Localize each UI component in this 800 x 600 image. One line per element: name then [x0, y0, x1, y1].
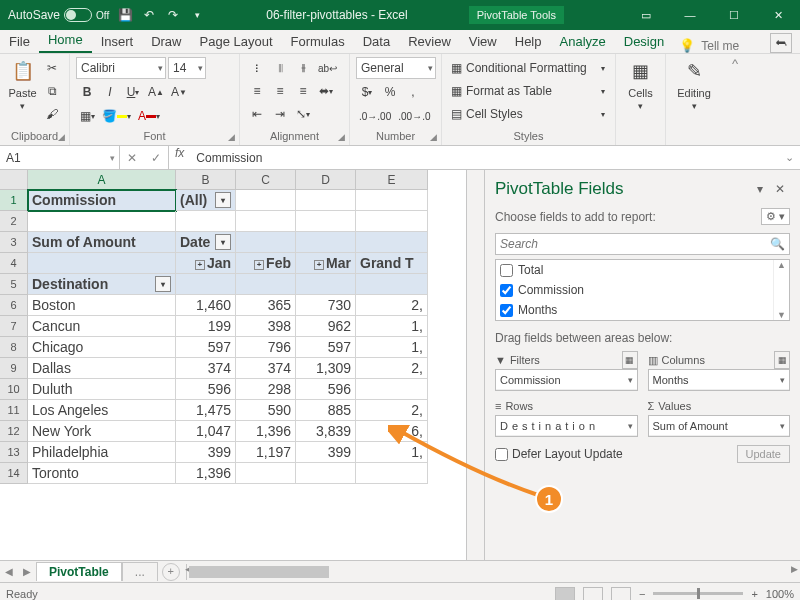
align-bottom-button[interactable]: ⫵ [292, 57, 314, 79]
field-checkbox[interactable] [500, 284, 513, 297]
cell[interactable] [356, 232, 428, 253]
zoom-level[interactable]: 100% [766, 588, 794, 600]
zoom-in-button[interactable]: + [751, 588, 757, 600]
cell[interactable] [236, 274, 296, 295]
select-all-corner[interactable] [0, 170, 28, 190]
cell[interactable] [236, 463, 296, 484]
qat-customize-icon[interactable]: ▾ [189, 7, 205, 23]
page-break-view-button[interactable] [611, 587, 631, 601]
column-header[interactable]: D [296, 170, 356, 190]
share-button[interactable]: ⮪ [770, 33, 792, 53]
area-item[interactable]: Commission▾ [496, 370, 637, 390]
row-header[interactable]: 10 [0, 379, 28, 400]
move-area-icon[interactable]: ▦ [622, 351, 638, 369]
paste-button[interactable]: 📋 Paste ▾ [6, 57, 39, 111]
cell[interactable]: Chicago [28, 337, 176, 358]
row-header[interactable]: 3 [0, 232, 28, 253]
column-header[interactable]: A [28, 170, 176, 190]
cell[interactable]: (All)▾ [176, 190, 236, 211]
cell[interactable]: 1,396 [236, 421, 296, 442]
pane-close-button[interactable]: ✕ [770, 182, 790, 196]
borders-button[interactable]: ▦▾ [76, 105, 98, 127]
undo-icon[interactable]: ↶ [141, 7, 157, 23]
cell[interactable]: Boston [28, 295, 176, 316]
format-painter-button[interactable]: 🖌 [41, 103, 63, 125]
cell[interactable] [176, 211, 236, 232]
cell[interactable]: 398 [236, 316, 296, 337]
cell[interactable]: 597 [296, 337, 356, 358]
merge-button[interactable]: ⬌▾ [315, 80, 337, 102]
number-format-select[interactable]: General [356, 57, 436, 79]
row-header[interactable]: 14 [0, 463, 28, 484]
cell[interactable]: 596 [176, 379, 236, 400]
zoom-out-button[interactable]: − [639, 588, 645, 600]
collapse-ribbon-button[interactable]: ^ [726, 54, 744, 145]
row-header[interactable]: 8 [0, 337, 28, 358]
font-color-button[interactable]: A▾ [135, 105, 163, 127]
columns-area[interactable]: ▥Columns▦ Months▾ [648, 351, 791, 391]
tab-formulas[interactable]: Formulas [282, 31, 354, 53]
values-area[interactable]: ΣValues Sum of Amount▾ [648, 397, 791, 437]
column-header[interactable]: E [356, 170, 428, 190]
dialog-launcher-icon[interactable]: ◢ [430, 130, 437, 144]
cell[interactable]: Los Angeles [28, 400, 176, 421]
tab-data[interactable]: Data [354, 31, 399, 53]
filters-area[interactable]: ▼Filters▦ Commission▾ [495, 351, 638, 391]
cell[interactable]: Toronto [28, 463, 176, 484]
field-checkbox[interactable] [500, 304, 513, 317]
tab-draw[interactable]: Draw [142, 31, 190, 53]
tab-help[interactable]: Help [506, 31, 551, 53]
align-right-button[interactable]: ≡ [292, 80, 314, 102]
cell[interactable] [356, 379, 428, 400]
pane-dropdown-icon[interactable]: ▾ [750, 182, 770, 196]
close-button[interactable]: ✕ [756, 0, 800, 30]
cell[interactable]: 399 [176, 442, 236, 463]
align-middle-button[interactable]: ⫴ [269, 57, 291, 79]
field-list-item[interactable]: Commission [496, 280, 773, 300]
align-center-button[interactable]: ≡ [269, 80, 291, 102]
pane-layout-button[interactable]: ⚙▾ [761, 208, 790, 225]
row-header[interactable]: 7 [0, 316, 28, 337]
cell[interactable]: Destination▾ [28, 274, 176, 295]
cell[interactable]: 1,396 [176, 463, 236, 484]
cell[interactable] [296, 274, 356, 295]
increase-font-button[interactable]: A▲ [145, 81, 167, 103]
filter-dropdown-icon[interactable]: ▾ [215, 234, 231, 250]
minimize-button[interactable]: — [668, 0, 712, 30]
row-header[interactable]: 4 [0, 253, 28, 274]
align-top-button[interactable]: ⫶ [246, 57, 268, 79]
cell[interactable]: Commission [28, 190, 176, 211]
cell[interactable]: 399 [296, 442, 356, 463]
cell[interactable]: 3,839 [296, 421, 356, 442]
update-button[interactable]: Update [737, 445, 790, 463]
cell[interactable]: 374 [176, 358, 236, 379]
next-sheet-button[interactable]: ▶ [18, 566, 36, 577]
underline-button[interactable]: U▾ [122, 81, 144, 103]
cell[interactable]: 1,047 [176, 421, 236, 442]
cell[interactable]: 730 [296, 295, 356, 316]
cell[interactable]: Date▾ [176, 232, 236, 253]
sheet-tab-active[interactable]: PivotTable [36, 562, 122, 581]
cell[interactable] [296, 232, 356, 253]
row-header[interactable]: 1 [0, 190, 28, 211]
editing-button[interactable]: ✎Editing▾ [672, 57, 716, 111]
area-item[interactable]: Months▾ [649, 370, 790, 390]
cell[interactable]: 962 [296, 316, 356, 337]
ribbon-options-icon[interactable]: ▭ [624, 0, 668, 30]
cell[interactable] [236, 232, 296, 253]
cut-button[interactable]: ✂ [41, 57, 63, 79]
cell[interactable]: 2, [356, 295, 428, 316]
row-header[interactable]: 12 [0, 421, 28, 442]
page-layout-view-button[interactable] [583, 587, 603, 601]
cell[interactable]: 885 [296, 400, 356, 421]
cell[interactable]: 365 [236, 295, 296, 316]
maximize-button[interactable]: ☐ [712, 0, 756, 30]
decrease-indent-button[interactable]: ⇤ [246, 103, 268, 125]
cell[interactable]: Philadelphia [28, 442, 176, 463]
name-box[interactable]: A1 [0, 146, 120, 169]
sheet-tab[interactable]: ... [122, 562, 158, 581]
save-icon[interactable]: 💾 [117, 7, 133, 23]
autosave-toggle[interactable]: AutoSave Off [8, 8, 109, 22]
cell[interactable]: 2, [356, 400, 428, 421]
orientation-button[interactable]: ⤡▾ [292, 103, 314, 125]
